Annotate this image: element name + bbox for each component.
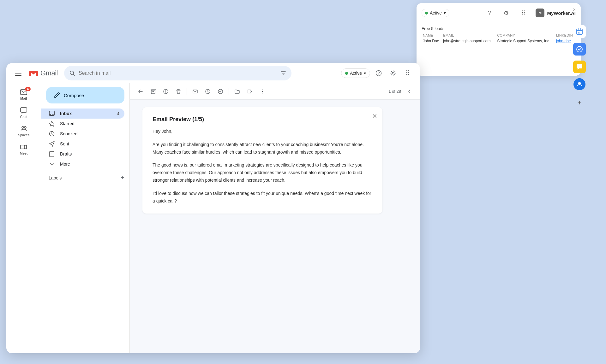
chevron-left-icon: [407, 89, 412, 94]
spaces-icon: [20, 125, 27, 132]
more-options-button[interactable]: [257, 86, 268, 97]
compose-pencil-icon: [54, 92, 60, 98]
page-info-text: 1 of 28: [388, 89, 401, 94]
nav-snoozed-label: Snoozed: [60, 131, 77, 136]
label-button[interactable]: [244, 86, 255, 97]
tasks-icon[interactable]: [573, 43, 586, 56]
delete-button[interactable]: [173, 86, 184, 97]
search-icon: [69, 70, 75, 76]
prev-email-button[interactable]: [404, 86, 415, 97]
mark-read-button[interactable]: [189, 86, 201, 97]
svg-rect-16: [49, 111, 54, 115]
svg-point-8: [70, 71, 74, 74]
delete-trash-icon: [176, 89, 181, 94]
svg-point-11: [392, 72, 394, 74]
svg-rect-12: [21, 108, 27, 112]
label-icon: [247, 89, 253, 94]
more-vertical-icon: [260, 89, 265, 94]
gmail-m-icon: [28, 68, 39, 79]
svg-text:31: 31: [578, 32, 580, 34]
snoozed-clock-icon: [49, 131, 55, 137]
svg-rect-15: [21, 145, 25, 149]
sidebar-meet-label: Meet: [20, 151, 27, 155]
gmail-header-right: Active ▾ ? ⠿: [341, 67, 414, 79]
myworker-active-badge[interactable]: Active ▾: [422, 9, 449, 17]
spaces-icon-wrap: [18, 125, 29, 132]
nav-item-more[interactable]: More: [41, 159, 124, 169]
chat-right-icon[interactable]: [573, 61, 586, 73]
spam-button[interactable]: [160, 86, 171, 97]
gmail-active-label: Active: [350, 71, 362, 76]
nav-item-inbox[interactable]: Inbox 4: [41, 109, 124, 119]
gmail-header: Gmail Active ▾ ? ⠿: [6, 63, 420, 83]
move-to-button[interactable]: [231, 86, 243, 97]
svg-text:?: ?: [378, 71, 380, 75]
gmail-body: 4 Mail Chat: [6, 83, 420, 353]
svg-marker-4: [578, 68, 579, 70]
nav-item-starred[interactable]: Starred: [41, 119, 124, 129]
compose-button[interactable]: Compose: [46, 87, 124, 103]
mail-badge: 4: [25, 87, 31, 91]
active-green-dot: [425, 12, 428, 15]
draft-icon: [49, 151, 55, 157]
search-filter-icon[interactable]: [280, 70, 286, 76]
col-email: EMAIL: [442, 33, 496, 38]
add-app-button[interactable]: +: [573, 97, 586, 109]
svg-point-28: [262, 91, 263, 91]
snooze-button[interactable]: [202, 86, 213, 97]
labels-title: Labels: [49, 175, 62, 180]
gmail-content-area: 1 of 28 ✕ Email Preview (1/5) Hey John, …: [129, 83, 420, 353]
svg-point-27: [262, 89, 263, 90]
svg-point-14: [24, 126, 26, 128]
mail-icon-wrap: 4: [18, 88, 29, 96]
myworker-settings-icon[interactable]: ⚙: [500, 7, 512, 19]
svg-point-5: [578, 82, 581, 85]
sidebar-item-chat[interactable]: Chat: [11, 104, 36, 121]
nav-drafts-label: Drafts: [60, 151, 72, 156]
gmail-active-button[interactable]: Active ▾: [341, 68, 370, 78]
gmail-title-text: Gmail: [40, 69, 58, 77]
sidebar-item-mail[interactable]: 4 Mail: [11, 86, 36, 103]
svg-point-13: [22, 126, 24, 128]
add-task-button[interactable]: [215, 86, 226, 97]
hamburger-line: [15, 73, 21, 73]
hamburger-line: [15, 75, 21, 76]
myworker-active-label: Active: [430, 10, 442, 15]
gmail-apps-icon[interactable]: ⠿: [402, 67, 414, 79]
myworker-grid-icon[interactable]: ⠿: [517, 7, 529, 19]
back-button[interactable]: [135, 86, 146, 97]
svg-rect-24: [193, 90, 197, 93]
inbox-icon: [49, 110, 55, 117]
gmail-logo[interactable]: Gmail: [28, 68, 58, 79]
gmail-search-bar[interactable]: [64, 66, 291, 80]
email-paragraph-1: Are you finding it challenging to consis…: [153, 141, 372, 156]
cell-email: john@strategic-support.com: [442, 38, 496, 44]
nav-item-sent[interactable]: Sent: [41, 139, 124, 149]
nav-item-drafts[interactable]: Drafts: [41, 149, 124, 159]
svg-point-2: [577, 46, 582, 52]
spam-icon: [163, 89, 169, 94]
gmail-help-icon[interactable]: ?: [373, 67, 385, 79]
myworker-leads-table: NAME EMAIL COMPANY LINKEDIN John Doe joh…: [422, 33, 576, 44]
add-label-button[interactable]: +: [121, 174, 124, 181]
calendar-icon[interactable]: 31: [573, 25, 586, 38]
email-card-close-button[interactable]: ✕: [372, 112, 377, 120]
sidebar-mail-label: Mail: [20, 97, 27, 100]
email-preview-title: Email Preview (1/5): [153, 116, 372, 123]
myworker-help-icon[interactable]: ?: [483, 7, 495, 19]
myworker-free-leads-label: Free 5 leads: [422, 26, 576, 31]
nav-more-label: More: [60, 161, 70, 167]
hamburger-menu-button[interactable]: [13, 68, 24, 79]
svg-rect-3: [577, 64, 582, 68]
gmail-settings-icon[interactable]: [387, 67, 399, 79]
sidebar-item-meet[interactable]: Meet: [11, 141, 36, 158]
task-icon: [218, 89, 223, 94]
myworker-close-icon[interactable]: ×: [573, 7, 576, 13]
nav-item-snoozed[interactable]: Snoozed: [41, 129, 124, 139]
myworker-brand: M MyWorker.AI: [536, 9, 576, 17]
archive-button[interactable]: [147, 86, 159, 97]
search-input[interactable]: [79, 70, 277, 76]
user-icon[interactable]: [573, 78, 585, 90]
sidebar-item-spaces[interactable]: Spaces: [11, 122, 36, 139]
svg-point-26: [218, 89, 223, 94]
